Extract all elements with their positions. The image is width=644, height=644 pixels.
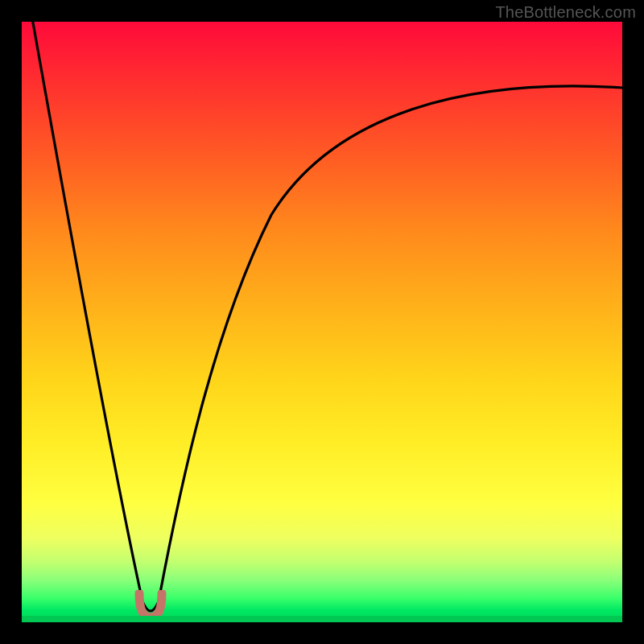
curve-right-branch (159, 86, 622, 601)
bottleneck-curve (22, 22, 622, 622)
highlight-nub-path (139, 593, 162, 617)
curve-left-branch (31, 22, 159, 611)
plot-frame (22, 22, 622, 622)
watermark-text: TheBottleneck.com (495, 3, 636, 22)
baseline-green (22, 616, 622, 622)
